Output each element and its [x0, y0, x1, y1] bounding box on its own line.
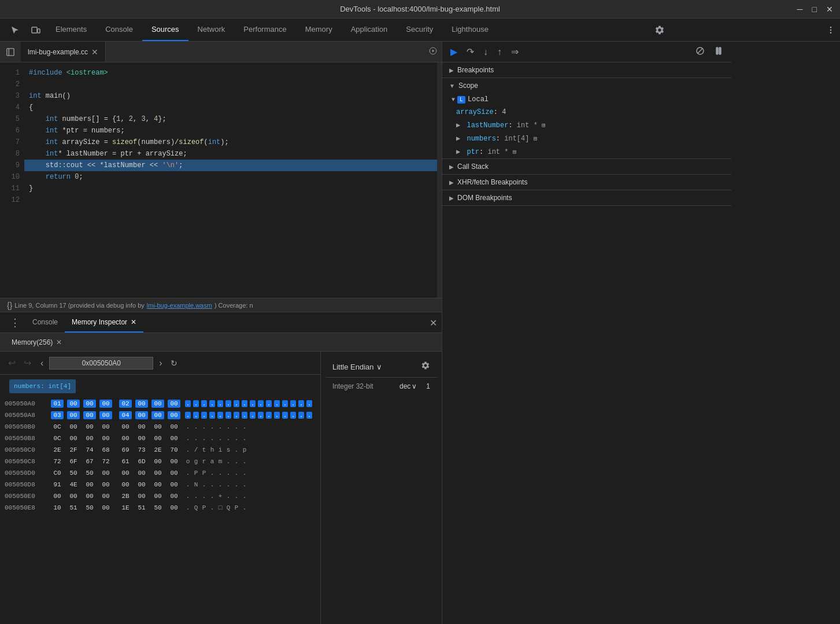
- hex-byte: 00: [99, 470, 112, 477]
- address-input[interactable]: [49, 357, 153, 370]
- minimize-button[interactable]: ─: [795, 3, 805, 15]
- step-into-button[interactable]: ↓: [480, 46, 491, 58]
- nav-tab-network[interactable]: Network: [188, 19, 235, 41]
- hex-bytes-3b: 00 00 00 00: [119, 423, 180, 430]
- hex-addr-3: 005050B0: [5, 423, 51, 430]
- hex-byte: 6D: [135, 458, 148, 465]
- panel-options-icon[interactable]: ⋮: [5, 312, 25, 333]
- breakpoints-section: ▶ Breakpoints: [442, 62, 731, 78]
- step-over-button[interactable]: ↷: [463, 45, 478, 58]
- left-panel: lmi-bug-example.cc ✕ 12345 678910 1112 #…: [0, 42, 442, 624]
- nav-next-button[interactable]: ›: [156, 357, 165, 370]
- more-options-icon[interactable]: [822, 19, 840, 41]
- hex-bytes-8b: 00 00 00 00: [119, 481, 180, 488]
- status-text2: ) Coverage: n: [214, 302, 253, 309]
- nav-tab-elements[interactable]: Elements: [46, 19, 96, 41]
- hex-bytes-10: 10 51 50 00: [51, 504, 112, 511]
- scope-numbers: ▶ numbers: int[4] ⊞: [442, 132, 731, 145]
- nav-tab-application[interactable]: Application: [342, 19, 397, 41]
- editor-play-icon[interactable]: [424, 47, 442, 57]
- nav-tab-sources[interactable]: Sources: [142, 19, 188, 41]
- maximize-button[interactable]: □: [810, 3, 819, 15]
- svg-rect-1: [38, 29, 40, 33]
- call-stack-header[interactable]: ▶ Call Stack: [442, 159, 731, 174]
- panel-tab-memory-close-icon[interactable]: ✕: [131, 318, 136, 326]
- status-curly-icon: {}: [7, 301, 12, 310]
- memory-tabs: Memory(256) ✕: [0, 333, 442, 352]
- ptr-expand-icon[interactable]: ▶: [456, 148, 460, 156]
- dom-chevron-icon: ▶: [449, 195, 454, 201]
- dom-breakpoints-header[interactable]: ▶ DOM Breakpoints: [442, 190, 731, 205]
- memory-icon-3[interactable]: ⊞: [513, 149, 517, 156]
- hex-byte: 6F: [67, 458, 80, 465]
- xhr-breakpoints-header[interactable]: ▶ XHR/fetch Breakpoints: [442, 175, 731, 190]
- file-tab[interactable]: lmi-bug-example.cc ✕: [21, 42, 106, 62]
- memory-instance-tab[interactable]: Memory(256) ✕: [5, 333, 69, 351]
- svg-marker-8: [432, 50, 435, 53]
- hex-byte: 00: [67, 493, 80, 500]
- endian-select[interactable]: Little Endian ∨: [332, 363, 382, 371]
- dec-select[interactable]: dec ∨: [399, 382, 417, 390]
- resume-button[interactable]: ▶: [447, 45, 461, 58]
- memory-settings-gear-icon[interactable]: [421, 361, 430, 372]
- nav-tab-performance[interactable]: Performance: [234, 19, 295, 41]
- nav-tab-security[interactable]: Security: [397, 19, 442, 41]
- editor-scrollbar[interactable]: [437, 62, 442, 298]
- file-close-icon[interactable]: ✕: [91, 47, 98, 57]
- nav-fwd-button[interactable]: ↪: [20, 356, 35, 370]
- nav-tab-console[interactable]: Console: [96, 19, 142, 41]
- hex-byte: 69: [119, 446, 132, 453]
- close-button[interactable]: ✕: [824, 3, 835, 15]
- last-number-expand-icon[interactable]: ▶: [456, 121, 460, 130]
- hex-bytes-5: 2E 2F 74 68: [51, 446, 112, 453]
- hex-byte: 00: [83, 423, 96, 430]
- pause-on-exception-icon[interactable]: [711, 45, 727, 59]
- hex-byte: 00: [99, 400, 112, 408]
- deactivate-breakpoints-icon[interactable]: [692, 45, 708, 59]
- nav-back-button[interactable]: ↩: [5, 356, 19, 370]
- step-out-button[interactable]: ↑: [494, 46, 505, 58]
- debug-toolbar: ▶ ↷ ↓ ↑ ⇒: [442, 42, 731, 62]
- memory-icon-2[interactable]: ⊞: [534, 135, 538, 142]
- hex-byte: 00: [51, 493, 64, 500]
- code-line-4: {: [24, 102, 442, 113]
- ptr-label: ptr: [467, 148, 479, 156]
- memory-content: ↩ ↪ ‹ › ↻ numbers: int[4] 00: [0, 352, 442, 624]
- hex-byte: 2F: [67, 446, 80, 453]
- sidebar-toggle-icon[interactable]: [0, 48, 21, 56]
- breakpoints-header[interactable]: ▶ Breakpoints: [442, 62, 731, 77]
- hex-byte: 0C: [51, 435, 64, 442]
- panel-tab-memory[interactable]: Memory Inspector ✕: [65, 312, 143, 333]
- integer-row: Integer 32-bit dec ∨ 1: [325, 378, 437, 395]
- nav-tab-memory[interactable]: Memory: [296, 19, 342, 41]
- debug-sections: ▶ Breakpoints ▼ Scope ▼ L Local arraySiz…: [442, 62, 731, 624]
- code-line-12: [24, 194, 442, 206]
- hex-addr-4: 005050B8: [5, 435, 51, 442]
- memory-icon-1[interactable]: ⊞: [542, 122, 546, 129]
- status-link[interactable]: lmi-bug-example.wasm: [147, 302, 212, 309]
- code-line-10: return 0;: [24, 171, 442, 183]
- hex-ascii-5: ./this.p: [185, 446, 247, 453]
- hex-byte: 00: [99, 423, 112, 430]
- device-toggle-icon[interactable]: [25, 19, 46, 41]
- refresh-button[interactable]: ↻: [171, 359, 177, 368]
- memory-tab-close-icon[interactable]: ✕: [56, 338, 62, 346]
- settings-gear-icon[interactable]: [650, 19, 669, 41]
- xhr-chevron-icon: ▶: [449, 179, 454, 186]
- hex-byte: 00: [119, 470, 132, 477]
- panel-tab-console[interactable]: Console: [25, 312, 65, 333]
- panel-close-all-icon[interactable]: ✕: [430, 317, 437, 328]
- hex-view: 005050A0 01 00 00 00 02 00 0: [0, 398, 320, 624]
- code-content[interactable]: #include <iostream> int main() { int num…: [24, 62, 442, 298]
- step-button[interactable]: ⇒: [508, 45, 522, 58]
- hex-byte: 00: [151, 458, 164, 465]
- hex-byte: 50: [151, 504, 164, 511]
- nav-prev-button[interactable]: ‹: [37, 357, 47, 370]
- nav-tab-lighthouse[interactable]: Lighthouse: [442, 19, 498, 41]
- panel-tab-memory-label: Memory Inspector: [72, 318, 127, 326]
- hex-byte: 00: [99, 493, 112, 500]
- cursor-icon[interactable]: [5, 19, 25, 41]
- hex-ascii-7: .PP.....: [185, 470, 247, 477]
- scope-header[interactable]: ▼ Scope: [442, 78, 731, 93]
- numbers-expand-icon[interactable]: ▶: [456, 135, 460, 143]
